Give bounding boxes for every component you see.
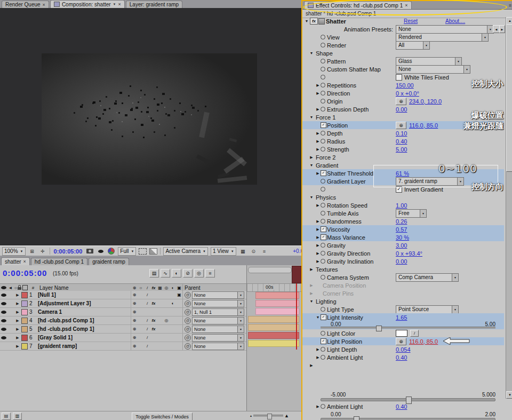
- scroll-up-icon[interactable]: ▲: [506, 17, 512, 25]
- twirl-icon[interactable]: ▶: [309, 267, 314, 272]
- close-icon[interactable]: ×: [43, 2, 45, 7]
- twirl-icon[interactable]: ▼: [315, 315, 321, 319]
- twirl-icon[interactable]: ▶: [315, 131, 321, 136]
- view-dropdown[interactable]: Rendered▼: [396, 33, 489, 42]
- twirl-icon[interactable]: ▶: [309, 283, 314, 288]
- layer-duration-bar[interactable]: [248, 324, 299, 331]
- fast-preview-icon[interactable]: ⊙: [250, 248, 258, 255]
- animation-presets-dropdown[interactable]: None▼: [396, 25, 494, 34]
- quality-icon[interactable]: /: [144, 301, 150, 306]
- eye-icon[interactable]: [0, 311, 7, 314]
- twirl-icon[interactable]: ▶: [315, 227, 321, 232]
- pickwhip-icon[interactable]: @: [185, 326, 191, 332]
- twirl-icon[interactable]: ▶: [14, 293, 21, 297]
- layer-duration-bar[interactable]: [248, 316, 299, 323]
- quality-icon[interactable]: /: [144, 318, 150, 323]
- property-value[interactable]: 0.40: [396, 354, 407, 361]
- quality-icon[interactable]: /: [144, 292, 150, 297]
- layer-name[interactable]: [Null 1]: [38, 292, 131, 298]
- region-of-interest-icon[interactable]: [139, 248, 147, 255]
- slider-handle[interactable]: [354, 416, 359, 420]
- time-navigator[interactable]: [248, 267, 292, 273]
- shatter-map-dropdown[interactable]: None▼: [396, 65, 470, 74]
- property-value[interactable]: 1.00: [396, 202, 407, 209]
- slider-track[interactable]: [321, 418, 495, 420]
- property-value[interactable]: 1.65: [396, 314, 407, 321]
- current-timecode[interactable]: 0:00:05:00: [3, 268, 47, 278]
- parent-dropdown[interactable]: None▼: [192, 317, 244, 324]
- layer-duration-bar[interactable]: [255, 300, 299, 307]
- effect-enabled-icon[interactable]: fx: [310, 18, 318, 25]
- shy-icon[interactable]: ⊕: [131, 310, 138, 314]
- twirl-icon[interactable]: ▶: [309, 363, 314, 368]
- quality-icon[interactable]: /: [144, 327, 150, 331]
- zoom-out-icon[interactable]: ▲: [250, 414, 252, 417]
- timeline-button-icon[interactable]: ≡: [260, 248, 268, 255]
- pickwhip-icon[interactable]: @: [185, 309, 191, 315]
- twirl-icon[interactable]: ▶: [14, 327, 21, 331]
- twirl-icon[interactable]: ▼: [309, 195, 314, 199]
- view-layout-dropdown[interactable]: 1 View▼: [211, 247, 236, 256]
- panel-menu-icon[interactable]: ≡: [509, 3, 511, 8]
- viewer-timecode[interactable]: 0:00:05:00: [53, 248, 84, 255]
- expand-inout-pane-icon[interactable]: ▥: [13, 413, 22, 420]
- time-navigator-end[interactable]: [292, 266, 302, 283]
- tab-timeline-shatter[interactable]: shatter×: [1, 257, 30, 265]
- layer-duration-bar[interactable]: [248, 332, 299, 339]
- crosshair-icon[interactable]: ⊕: [396, 122, 406, 129]
- crosshair-icon[interactable]: ⊕: [396, 98, 406, 105]
- twirl-icon[interactable]: ▼: [309, 115, 314, 119]
- pickwhip-icon[interactable]: @: [185, 343, 191, 350]
- label-color-chip[interactable]: [21, 343, 28, 350]
- slider-track[interactable]: [321, 327, 495, 329]
- property-value[interactable]: 61 %: [396, 170, 409, 177]
- layer-name[interactable]: [hd -club.psd Comp 1]: [38, 326, 131, 332]
- effects-icon[interactable]: fx: [150, 327, 157, 331]
- property-value[interactable]: 3.00: [396, 242, 407, 249]
- pattern-dropdown[interactable]: Glass▼: [396, 57, 462, 66]
- property-value[interactable]: 0.054: [396, 346, 411, 353]
- close-icon[interactable]: ×: [118, 2, 121, 7]
- tab-timeline-comp[interactable]: hd -club.psd Comp 1: [31, 258, 87, 265]
- twirl-icon[interactable]: ▶: [315, 171, 321, 176]
- twirl-icon[interactable]: ▶: [14, 336, 21, 340]
- twirl-icon[interactable]: ▶: [14, 319, 21, 323]
- twirl-icon[interactable]: ▶: [315, 107, 321, 112]
- time-ruler[interactable]: 00s: [247, 283, 302, 292]
- pickwhip-icon[interactable]: @: [185, 318, 191, 324]
- ambient-light-slider[interactable]: 0.002.00: [302, 410, 504, 420]
- tab-composition[interactable]: Composition: shatter▼×: [50, 0, 125, 8]
- twirl-icon[interactable]: ▶: [315, 355, 321, 360]
- draft-3d-icon[interactable]: ∿: [161, 269, 170, 278]
- label-color-chip[interactable]: [21, 326, 28, 332]
- crosshair-icon[interactable]: ⊕: [396, 338, 406, 345]
- property-value[interactable]: 116.0, 85.0: [409, 338, 438, 345]
- tab-timeline-ramp[interactable]: graident ramp: [89, 258, 129, 265]
- property-value[interactable]: 30 %: [396, 234, 409, 241]
- twirl-icon[interactable]: ▶: [315, 91, 321, 96]
- 3d-layer-icon[interactable]: ▣: [176, 292, 182, 297]
- property-value[interactable]: 0.40: [396, 403, 407, 410]
- brainstorm-icon[interactable]: ≡: [205, 269, 215, 278]
- zoom-slider[interactable]: [253, 415, 283, 417]
- parent-dropdown[interactable]: None▼: [192, 291, 244, 299]
- layer-name[interactable]: [hd -club.psd Comp 1]: [38, 318, 131, 323]
- pixel-aspect-icon[interactable]: ▦: [239, 248, 247, 255]
- pickwhip-icon[interactable]: @: [185, 292, 191, 298]
- twirl-icon[interactable]: ▶: [14, 302, 21, 306]
- effect-title[interactable]: Shatter: [326, 18, 346, 25]
- parent-dropdown[interactable]: None▼: [192, 343, 244, 350]
- property-value[interactable]: 0.26: [396, 218, 407, 225]
- show-snapshot-icon[interactable]: [97, 248, 105, 255]
- eye-icon[interactable]: [0, 336, 7, 339]
- close-icon[interactable]: ×: [23, 259, 26, 264]
- current-time-indicator[interactable]: [296, 283, 297, 350]
- motion-blur-icon[interactable]: ◎: [163, 318, 170, 323]
- label-color-chip[interactable]: [21, 335, 28, 341]
- light-type-dropdown[interactable]: Point Source▼: [396, 305, 459, 314]
- layer-duration-bar[interactable]: [248, 340, 299, 347]
- twirl-icon[interactable]: ▶: [315, 259, 321, 264]
- layer-duration-bar[interactable]: [255, 292, 299, 299]
- parent-dropdown[interactable]: 1, Null 1▼: [192, 308, 244, 316]
- frame-blend-icon[interactable]: ⊘: [183, 269, 193, 278]
